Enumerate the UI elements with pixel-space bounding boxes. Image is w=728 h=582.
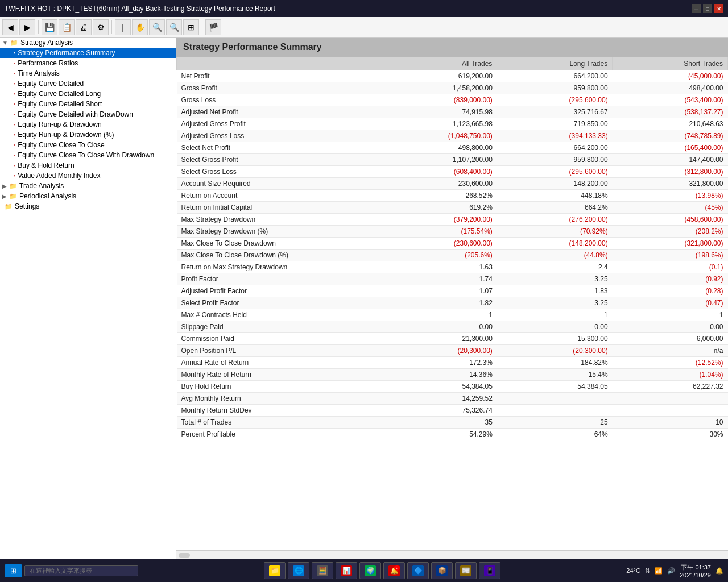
toolbar-print-button[interactable]: 🖨 [76,19,92,35]
toolbar-save-button[interactable]: 💾 [42,19,57,35]
row-short-1: 498,400.00 [613,82,728,94]
row-long-8: (295,600.00) [497,166,613,178]
row-all-13: (175.54%) [382,226,497,238]
table-row: Commission Paid21,300.0015,300.006,000.0… [177,333,728,345]
taskbar-wifi-icon: 📶 [655,567,663,575]
toolbar-sep-2 [111,20,112,34]
row-all-17: 1.74 [382,273,497,285]
taskbar-app-file-explorer[interactable]: 📁 [264,562,286,579]
toolbar-forward-button[interactable]: ▶ [19,19,35,35]
toolbar-flag-button[interactable]: 🏴 [205,19,221,35]
taskbar-app-blue2[interactable]: 📦 [431,562,453,579]
close-button[interactable]: ✕ [714,4,723,13]
table-row: Percent Profitable54.29%64%30% [177,429,728,440]
taskbar-app-blue1[interactable]: 🔷 [407,562,429,579]
row-all-14: (230,600.00) [382,238,497,250]
row-all-12: (379,200.00) [382,214,497,226]
tree-item-0[interactable]: ▼📁Strategy Analysis [0,38,176,48]
taskbar-app-red1[interactable]: 📊 [336,562,357,579]
taskbar-app-orange[interactable]: 📰 [455,562,477,579]
taskbar-speaker-icon: 🔊 [667,567,675,575]
taskbar-search[interactable] [24,565,138,576]
toolbar-copy-button[interactable]: 📋 [59,19,75,35]
row-short-25: (1.04%) [613,369,728,381]
taskbar-app-red2[interactable]: 🔔2 [383,562,405,579]
toolbar-back-button[interactable]: ◀ [2,19,18,35]
row-short-0: (45,000.00) [613,70,728,82]
col-header-short: Short Trades [613,57,728,70]
row-label-29: Total # of Trades [177,417,382,429]
taskbar-temp: 24°C [626,567,640,574]
tree-item-8[interactable]: ▪Equity Run-up & Drawdown [0,119,176,130]
report-tbody: Net Profit619,200.00664,200.00(45,000.00… [177,70,728,440]
toolbar-zoom-in-button[interactable]: 🔍 [166,19,182,35]
taskbar-date: 2021/10/29 [680,572,711,579]
row-long-30: 64% [497,429,613,440]
row-label-30: Percent Profitable [177,429,382,440]
row-all-15: (205.6%) [382,250,497,261]
tree-item-1[interactable]: ▪Strategy Performance Summary [0,48,176,58]
table-row: Net Profit619,200.00664,200.00(45,000.00… [177,70,728,82]
taskbar-app-purple[interactable]: 📱 [479,562,500,579]
row-long-11: 664.2% [497,202,613,214]
tree-item-13[interactable]: ▪Value Added Monthly Index [0,171,176,181]
row-short-2: (543,400.00) [613,94,728,106]
row-short-15: (198.6%) [613,250,728,261]
restore-button[interactable]: □ [703,4,712,13]
tree-item-7[interactable]: ▪Equity Curve Detailed with DrawDown [0,109,176,119]
folder-icon: 📁 [9,193,17,200]
minimize-button[interactable]: ─ [692,4,701,13]
folder-icon: 📁 [5,203,13,210]
row-long-10: 448.18% [497,190,613,202]
report-scroll-area[interactable]: All Trades Long Trades Short Trades Net … [176,57,728,550]
table-row: Adjusted Gross Profit1,123,665.98719,850… [177,118,728,130]
tree-item-label-16: Settings [15,202,39,210]
row-label-22: Commission Paid [177,333,382,345]
tree-item-label-4: Equity Curve Detailed [18,80,84,88]
toolbar-cursor-button[interactable]: | [115,19,131,35]
row-all-18: 1.07 [382,285,497,297]
table-row: Gross Profit1,458,200.00959,800.00498,40… [177,82,728,94]
tree-item-6[interactable]: ▪Equity Curve Detailed Short [0,99,176,109]
taskbar-app-green[interactable]: 🌍 [359,562,381,579]
row-long-24: 184.82% [497,357,613,369]
row-long-16: 2.4 [497,261,613,273]
toolbar-zoom-out-button[interactable]: 🔍 [149,19,165,35]
row-all-29: 35 [382,417,497,429]
start-button[interactable]: ⊞ [5,564,22,577]
table-row: Max Strategy Drawdown (%)(175.54%)(70.92… [177,226,728,238]
taskbar-time: 下午 01:37 [680,563,711,572]
row-short-27 [613,393,728,405]
tree-item-16[interactable]: 📁Settings [0,201,176,211]
tree-item-5[interactable]: ▪Equity Curve Detailed Long [0,89,176,99]
tree-item-10[interactable]: ▪Equity Curve Close To Close [0,140,176,150]
row-short-17: (0.92) [613,273,728,285]
h-scrollbar[interactable] [176,550,728,559]
row-label-4: Adjusted Gross Profit [177,118,382,130]
report-header: Strategy Performance Summary [176,38,728,57]
tree-item-3[interactable]: ▪Time Analysis [0,68,176,78]
tree-item-4[interactable]: ▪Equity Curve Detailed [0,78,176,89]
taskbar-app-edge[interactable]: 🌐 [288,562,309,579]
tree-item-14[interactable]: ▶📁Trade Analysis [0,181,176,191]
row-label-25: Monthly Rate of Return [177,369,382,381]
tree-item-9[interactable]: ▪Equity Run-up & Drawdown (%) [0,130,176,140]
toolbar-hand-button[interactable]: ✋ [132,19,148,35]
row-all-19: 1.82 [382,297,497,309]
row-all-28: 75,326.74 [382,405,497,417]
tree-item-2[interactable]: ▪Performance Ratios [0,58,176,68]
table-row: Select Gross Profit1,107,200.00959,800.0… [177,154,728,166]
taskbar-app-calc[interactable]: 🧮 [312,562,333,579]
row-all-7: 1,107,200.00 [382,154,497,166]
tree-item-label-2: Performance Ratios [18,59,78,67]
toolbar-settings-button[interactable]: ⚙ [93,19,109,35]
app-purple-icon: 📱 [484,565,495,576]
row-short-21: 0.00 [613,321,728,333]
tree-item-12[interactable]: ▪Buy & Hold Return [0,160,176,171]
table-row: Adjusted Gross Loss(1,048,750.00)(394,13… [177,130,728,142]
toolbar-grid-button[interactable]: ⊞ [183,19,199,35]
tree-item-label-13: Value Added Monthly Index [18,172,100,180]
tree-item-11[interactable]: ▪Equity Curve Close To Close With Drawdo… [0,150,176,160]
tree-item-15[interactable]: ▶📁Periodical Analysis [0,191,176,201]
table-row: Monthly Return StdDev75,326.74 [177,405,728,417]
